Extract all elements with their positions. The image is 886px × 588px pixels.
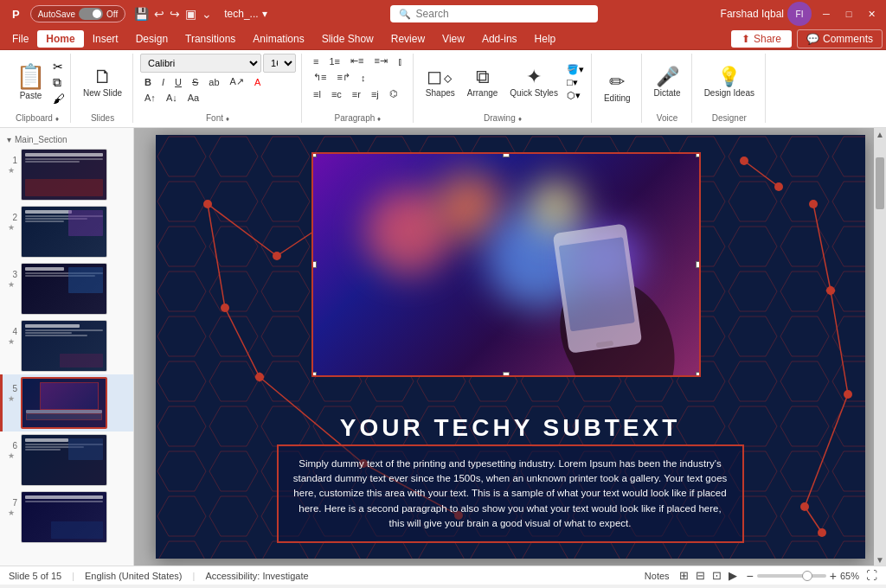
columns-button[interactable]: ⫿	[394, 54, 408, 68]
paste-button[interactable]: 📋 Paste	[10, 62, 51, 103]
autosave-badge[interactable]: AutoSave Off	[30, 5, 126, 22]
arrange-button[interactable]: ⧉ Arrange	[462, 65, 504, 100]
align-left-button[interactable]: ≡l	[309, 87, 325, 101]
normal-view-button[interactable]: ⊞	[677, 568, 691, 583]
shape-outline-button[interactable]: □▾	[567, 77, 584, 88]
smart-art-button[interactable]: ⌬	[385, 86, 402, 101]
menu-insert[interactable]: Insert	[84, 30, 127, 48]
format-painter-icon[interactable]: 🖌	[53, 92, 65, 105]
handle-tm[interactable]	[503, 152, 510, 157]
font-size-select[interactable]: 16	[263, 54, 296, 73]
align-right-button[interactable]: ≡r	[348, 87, 365, 101]
menu-transitions[interactable]: Transitions	[177, 30, 244, 48]
decrease-indent-button[interactable]: ⇤≡	[346, 54, 368, 68]
handle-tr[interactable]	[696, 152, 701, 157]
decrease-font-button[interactable]: A↓	[162, 91, 182, 105]
slide-thumb-3[interactable]: 3 ★	[0, 260, 133, 317]
menu-help[interactable]: Help	[526, 30, 565, 48]
handle-bl[interactable]	[311, 372, 317, 377]
present-icon[interactable]: ▣	[185, 7, 196, 21]
editing-button[interactable]: ✏ Editing	[599, 70, 636, 105]
drawing-expand-icon[interactable]: ⬧	[517, 113, 523, 123]
cut-icon[interactable]: ✂	[53, 60, 65, 74]
menu-home[interactable]: Home	[37, 30, 83, 48]
redo-icon[interactable]: ↪	[170, 7, 180, 21]
handle-br[interactable]	[696, 372, 701, 377]
slide-canvas[interactable]: YOUR TECHY SUBTEXT Simply dummy text of …	[156, 135, 865, 559]
slideshow-view-button[interactable]: ▶	[726, 568, 740, 583]
menu-file[interactable]: File	[3, 30, 37, 48]
menu-slideshow[interactable]: Slide Show	[313, 30, 382, 48]
close-button[interactable]: ✕	[864, 6, 879, 22]
slide-thumb-5[interactable]: 5 ★	[0, 374, 133, 431]
canvas-scrollbar[interactable]: ▲ ▼	[874, 128, 886, 566]
clipboard-expand-icon[interactable]: ⬧	[55, 113, 60, 123]
font-expand-icon[interactable]: ⬧	[225, 113, 230, 123]
menu-design[interactable]: Design	[127, 30, 177, 48]
design-ideas-button[interactable]: 💡 Design Ideas	[699, 65, 760, 100]
shape-effects-button[interactable]: ⬡▾	[567, 90, 584, 101]
handle-mr[interactable]	[696, 261, 701, 268]
paragraph-expand-icon[interactable]: ⬧	[376, 113, 382, 123]
handle-tl[interactable]	[311, 152, 317, 157]
scrollbar-thumb[interactable]	[876, 157, 884, 209]
customize-icon[interactable]: ⌄	[202, 7, 212, 21]
slide-title[interactable]: YOUR TECHY SUBTEXT	[156, 414, 865, 442]
slide-thumb-1[interactable]: 1 ★	[0, 146, 133, 203]
line-spacing-button[interactable]: ↕	[356, 71, 370, 85]
handle-ml[interactable]	[311, 261, 317, 268]
bold-button[interactable]: B	[140, 75, 156, 89]
quick-styles-button[interactable]: ✦ Quick Styles	[504, 65, 563, 100]
search-box[interactable]: 🔍	[390, 5, 598, 22]
font-color-button[interactable]: A	[250, 75, 265, 89]
bullets-button[interactable]: ≡	[309, 54, 323, 68]
zoom-slider[interactable]	[757, 574, 826, 578]
notes-button[interactable]: Notes	[645, 571, 670, 581]
share-button[interactable]: ⬆ Share	[731, 30, 792, 48]
scroll-down-button[interactable]: ▼	[874, 553, 886, 566]
maximize-button[interactable]: □	[841, 6, 857, 22]
zoom-in-button[interactable]: +	[830, 569, 837, 583]
menu-view[interactable]: View	[433, 30, 473, 48]
numbering-button[interactable]: 1≡	[324, 54, 344, 68]
slide-thumb-7[interactable]: 7 ★	[0, 489, 133, 546]
slide-panel[interactable]: ▾ Main_Section 1 ★ 2 ★	[0, 128, 134, 566]
slide-thumb-4[interactable]: 4 ★	[0, 317, 133, 374]
font-aa-button[interactable]: Aa	[183, 91, 203, 105]
increase-font-button[interactable]: A↑	[140, 91, 160, 105]
slide-textbox[interactable]: Simply dummy text of the printing and ty…	[277, 444, 744, 543]
comments-button[interactable]: 💬 Comments	[797, 29, 883, 48]
new-slide-button[interactable]: 🗋 New Slide	[78, 65, 127, 100]
justify-button[interactable]: ≡j	[367, 87, 383, 101]
autosave-toggle[interactable]	[79, 8, 103, 20]
ltr-button[interactable]: ≡↱	[332, 70, 354, 85]
accessibility-info[interactable]: Accessibility: Investigate	[205, 571, 308, 581]
increase-indent-button[interactable]: ≡⇥	[369, 54, 391, 68]
scroll-up-button[interactable]: ▲	[874, 128, 886, 140]
dictate-button[interactable]: 🎤 Dictate	[649, 65, 686, 100]
shadow-button[interactable]: ab	[204, 75, 223, 89]
menu-addins[interactable]: Add-ins	[473, 30, 526, 48]
zoom-out-button[interactable]: −	[747, 569, 754, 583]
clear-format-button[interactable]: A↗	[226, 74, 248, 89]
save-icon[interactable]: 💾	[134, 7, 149, 21]
menu-animations[interactable]: Animations	[244, 30, 312, 48]
italic-button[interactable]: I	[157, 75, 169, 89]
align-center-button[interactable]: ≡c	[327, 87, 346, 101]
fit-slide-button[interactable]: ⛶	[866, 569, 877, 582]
language-info[interactable]: English (United States)	[85, 571, 183, 581]
font-family-select[interactable]: Calibri	[140, 54, 261, 73]
underline-button[interactable]: U	[170, 75, 186, 89]
slide-sorter-button[interactable]: ⊟	[693, 568, 708, 583]
rtl-button[interactable]: ↰≡	[309, 70, 331, 85]
minimize-button[interactable]: ─	[819, 6, 834, 22]
strikethrough-button[interactable]: S	[188, 75, 202, 89]
slide-thumb-2[interactable]: 2 ★	[0, 203, 133, 260]
shape-fill-button[interactable]: 🪣▾	[567, 64, 584, 75]
shapes-button[interactable]: ◻⬦ Shapes	[421, 65, 460, 100]
slide-thumb-6[interactable]: 6 ★	[0, 431, 133, 489]
undo-icon[interactable]: ↩	[154, 7, 164, 21]
menu-review[interactable]: Review	[382, 30, 433, 48]
search-input[interactable]	[416, 8, 589, 20]
copy-icon[interactable]: ⧉	[53, 75, 65, 90]
